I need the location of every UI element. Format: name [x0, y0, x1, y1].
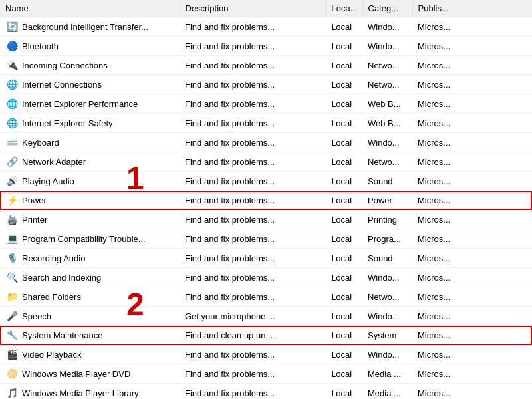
cell-category: Media ... — [362, 364, 412, 384]
cell-name: 🔧System Maintenance — [0, 326, 180, 345]
table-row[interactable]: 📁Shared FoldersFind and fix problems...L… — [0, 287, 532, 307]
row-name-text: Internet Connections — [22, 80, 102, 90]
cell-local: Local — [326, 287, 362, 307]
row-name-text: Background Intelligent Transfer... — [22, 22, 148, 32]
col-header-local[interactable]: Loca... — [326, 0, 362, 17]
cell-description: Find and fix problems... — [180, 345, 326, 364]
col-header-category[interactable]: Categ... — [362, 0, 412, 17]
cell-name: 📀Windows Media Player DVD — [0, 364, 180, 384]
row-name-text: Network Adapter — [22, 157, 86, 167]
table-row[interactable]: 🔄Background Intelligent Transfer...Find … — [0, 17, 532, 37]
cell-category: Netwo... — [362, 56, 412, 75]
table-row[interactable]: 🔵BluetoothFind and fix problems...LocalW… — [0, 37, 532, 56]
cell-publisher: Micros... — [412, 345, 532, 364]
table-row[interactable]: 🔧System MaintenanceFind and clean up un.… — [0, 326, 532, 345]
cell-name: 🔵Bluetooth — [0, 37, 180, 56]
cell-local: Local — [326, 249, 362, 268]
cell-publisher: Micros... — [412, 17, 532, 37]
cell-category: Netwo... — [362, 287, 412, 307]
cell-name: 🎤Speech — [0, 307, 180, 326]
cell-description: Find and clean up un... — [180, 326, 326, 345]
row-name-text: Printer — [22, 215, 47, 225]
cell-description: Find and fix problems... — [180, 191, 326, 210]
cell-description: Find and fix problems... — [180, 75, 326, 94]
table-row[interactable]: 🌐Internet ConnectionsFind and fix proble… — [0, 75, 532, 94]
row-icon: 🔌 — [5, 59, 19, 72]
cell-description: Find and fix problems... — [180, 384, 326, 400]
row-name-text: Incoming Connections — [22, 61, 108, 70]
table-row[interactable]: 🎵Windows Media Player LibraryFind and fi… — [0, 384, 532, 400]
cell-category: Windo... — [362, 133, 412, 152]
table-row[interactable]: 🌐Internet Explorer PerformanceFind and f… — [0, 94, 532, 114]
table-row[interactable]: 💻Program Compatibility Trouble...Find an… — [0, 229, 532, 249]
cell-description: Find and fix problems... — [180, 17, 326, 37]
cell-name: 🌐Internet Explorer Performance — [0, 94, 180, 114]
table-row[interactable]: 🔍Search and IndexingFind and fix problem… — [0, 268, 532, 287]
cell-name: 🔊Playing Audio — [0, 172, 180, 191]
row-name-text: System Maintenance — [22, 331, 102, 340]
cell-publisher: Micros... — [412, 229, 532, 249]
cell-name: 🌐Internet Explorer Safety — [0, 114, 180, 133]
table-row[interactable]: 🎙️Recording AudioFind and fix problems..… — [0, 249, 532, 268]
table-row[interactable]: 🎤SpeechGet your microphone ...LocalWindo… — [0, 307, 532, 326]
row-name-text: Windows Media Player Library — [22, 388, 139, 398]
row-icon: 📁 — [5, 290, 19, 303]
cell-local: Local — [326, 172, 362, 191]
row-name-text: Recording Audio — [22, 253, 85, 263]
row-icon: 🎵 — [5, 386, 19, 399]
cell-publisher: Micros... — [412, 133, 532, 152]
table-row[interactable]: 🌐Internet Explorer SafetyFind and fix pr… — [0, 114, 532, 133]
col-header-name[interactable]: Name — [0, 0, 180, 17]
cell-local: Local — [326, 384, 362, 400]
cell-name: 🎵Windows Media Player Library — [0, 384, 180, 400]
cell-category: Progra... — [362, 229, 412, 249]
col-header-description[interactable]: Description — [180, 0, 326, 17]
cell-category: Windo... — [362, 345, 412, 364]
table-row[interactable]: 🔊Playing AudioFind and fix problems...Lo… — [0, 172, 532, 191]
row-icon: 🎬 — [5, 348, 19, 361]
table-container[interactable]: Name Description Loca... Categ... Publis… — [0, 0, 532, 399]
cell-name: ⚡Power — [0, 191, 180, 210]
table-row[interactable]: 🎬Video PlaybackFind and fix problems...L… — [0, 345, 532, 364]
cell-local: Local — [326, 17, 362, 37]
col-header-publisher[interactable]: Publis... — [412, 0, 532, 17]
cell-local: Local — [326, 191, 362, 210]
table-row[interactable]: ⚡PowerFind and fix problems...LocalPower… — [0, 191, 532, 210]
cell-name: 🔗Network Adapter — [0, 152, 180, 172]
cell-local: Local — [326, 229, 362, 249]
cell-category: Netwo... — [362, 75, 412, 94]
cell-name: 💻Program Compatibility Trouble... — [0, 229, 180, 249]
row-icon: 🔍 — [5, 271, 19, 284]
cell-description: Find and fix problems... — [180, 152, 326, 172]
row-name-text: Program Compatibility Trouble... — [22, 234, 146, 244]
row-name-text: Shared Folders — [22, 292, 81, 302]
cell-local: Local — [326, 75, 362, 94]
cell-description: Find and fix problems... — [180, 268, 326, 287]
cell-category: Printing — [362, 210, 412, 229]
cell-local: Local — [326, 307, 362, 326]
cell-name: 🎙️Recording Audio — [0, 249, 180, 268]
cell-local: Local — [326, 268, 362, 287]
cell-name: 🔌Incoming Connections — [0, 56, 180, 75]
cell-publisher: Micros... — [412, 210, 532, 229]
row-icon: ⌨️ — [5, 136, 19, 149]
cell-publisher: Micros... — [412, 94, 532, 114]
cell-description: Find and fix problems... — [180, 287, 326, 307]
table-row[interactable]: 🔌Incoming ConnectionsFind and fix proble… — [0, 56, 532, 75]
cell-local: Local — [326, 210, 362, 229]
cell-publisher: Micros... — [412, 172, 532, 191]
cell-category: Sound — [362, 172, 412, 191]
cell-description: Get your microphone ... — [180, 307, 326, 326]
table-header-row: Name Description Loca... Categ... Publis… — [0, 0, 532, 17]
cell-local: Local — [326, 114, 362, 133]
cell-publisher: Micros... — [412, 56, 532, 75]
table-row[interactable]: 📀Windows Media Player DVDFind and fix pr… — [0, 364, 532, 384]
cell-description: Find and fix problems... — [180, 56, 326, 75]
table-row[interactable]: ⌨️KeyboardFind and fix problems...LocalW… — [0, 133, 532, 152]
cell-name: 🔄Background Intelligent Transfer... — [0, 17, 180, 37]
table-row[interactable]: 🔗Network AdapterFind and fix problems...… — [0, 152, 532, 172]
cell-category: Web B... — [362, 94, 412, 114]
cell-description: Find and fix problems... — [180, 114, 326, 133]
table-row[interactable]: 🖨️PrinterFind and fix problems...LocalPr… — [0, 210, 532, 229]
cell-category: Windo... — [362, 37, 412, 56]
